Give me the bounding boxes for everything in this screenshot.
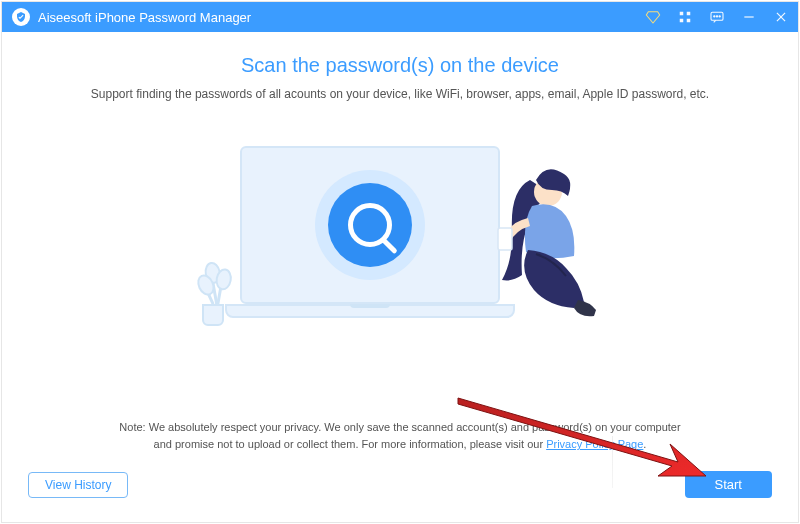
page-heading: Scan the password(s) on the device — [62, 54, 738, 77]
feedback-icon[interactable] — [708, 8, 726, 26]
grid-icon[interactable] — [676, 8, 694, 26]
svg-point-7 — [719, 16, 720, 17]
divider-line — [612, 436, 613, 488]
svg-point-6 — [716, 16, 717, 17]
svg-rect-0 — [680, 12, 684, 16]
app-logo-icon — [12, 8, 30, 26]
diamond-icon[interactable] — [644, 8, 662, 26]
svg-rect-2 — [680, 19, 684, 23]
svg-rect-3 — [687, 19, 691, 23]
privacy-policy-link[interactable]: Privacy Policy Page — [546, 438, 643, 450]
magnifier-icon — [348, 203, 392, 247]
app-title: Aiseesoft iPhone Password Manager — [38, 10, 644, 25]
svg-point-5 — [714, 16, 715, 17]
close-icon[interactable] — [772, 8, 790, 26]
start-button[interactable]: Start — [685, 471, 772, 498]
illustration — [180, 136, 620, 346]
page-subheading: Support finding the passwords of all aco… — [62, 87, 738, 101]
svg-rect-12 — [498, 228, 512, 250]
minimize-icon[interactable] — [740, 8, 758, 26]
titlebar: Aiseesoft iPhone Password Manager — [2, 2, 798, 32]
view-history-button[interactable]: View History — [28, 472, 128, 498]
note-suffix: . — [643, 438, 646, 450]
person-illustration — [470, 150, 620, 330]
privacy-note: Note: We absolutely respect your privacy… — [2, 419, 798, 454]
svg-rect-1 — [687, 12, 691, 16]
